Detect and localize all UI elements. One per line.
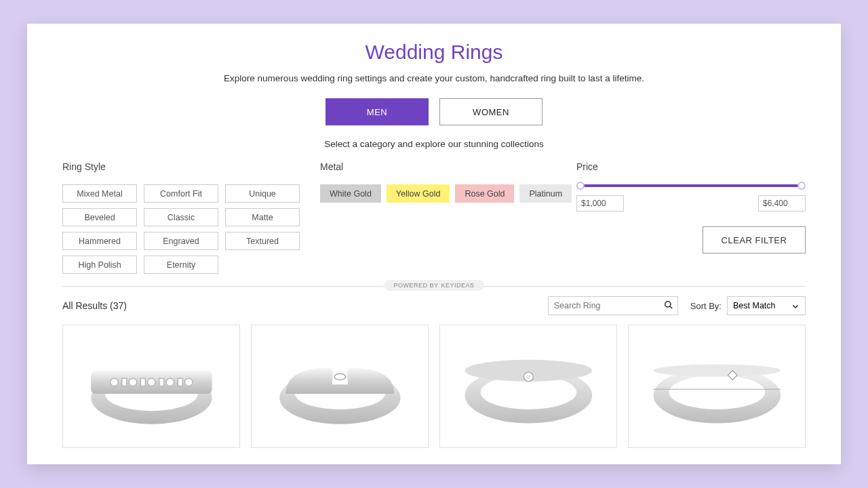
metal-platinum[interactable]: Platinum bbox=[519, 184, 572, 203]
price-max-input[interactable] bbox=[758, 195, 806, 211]
svg-point-21 bbox=[526, 375, 530, 379]
metal-yellow-gold[interactable]: Yellow Gold bbox=[387, 184, 450, 203]
divider: POWERED BY KEYIDEAS bbox=[62, 286, 806, 287]
search-icon[interactable] bbox=[664, 300, 673, 310]
product-card[interactable] bbox=[628, 325, 806, 448]
ring-image bbox=[262, 340, 418, 432]
metal-rose-gold[interactable]: Rose Gold bbox=[455, 184, 514, 203]
metal-label: Metal bbox=[320, 161, 576, 172]
style-option[interactable]: Unique bbox=[225, 184, 300, 203]
clear-filter-button[interactable]: CLEAR FILTER bbox=[703, 226, 806, 253]
page-title: Wedding Rings bbox=[62, 41, 806, 64]
style-option[interactable]: High Polish bbox=[62, 256, 137, 274]
svg-point-0 bbox=[665, 302, 671, 307]
svg-point-23 bbox=[669, 375, 765, 409]
svg-rect-10 bbox=[122, 379, 127, 386]
metal-row: White Gold Yellow Gold Rose Gold Platinu… bbox=[320, 184, 576, 203]
style-option[interactable]: Classic bbox=[144, 208, 218, 226]
sort-selected-value: Best Match bbox=[733, 301, 776, 310]
helper-text: Select a category and explore our stunni… bbox=[62, 139, 806, 149]
main-panel: Wedding Rings Explore numerous wedding r… bbox=[27, 24, 841, 464]
ring-image bbox=[451, 340, 606, 432]
filter-ring-style: Ring Style Mixed Metal Comfort Fit Uniqu… bbox=[62, 161, 320, 274]
powered-brand: KEYIDEAS bbox=[441, 282, 474, 289]
powered-prefix: POWERED BY bbox=[393, 282, 438, 289]
price-label: Price bbox=[576, 161, 806, 172]
filters-row: Ring Style Mixed Metal Comfort Fit Uniqu… bbox=[62, 161, 806, 274]
sort-select[interactable]: Best Match bbox=[727, 296, 806, 315]
sort-label: Sort By: bbox=[690, 301, 722, 311]
tab-men[interactable]: MEN bbox=[326, 98, 429, 125]
ring-image bbox=[639, 340, 795, 432]
ring-style-grid: Mixed Metal Comfort Fit Unique Beveled C… bbox=[62, 184, 320, 274]
svg-rect-11 bbox=[140, 379, 145, 386]
page-subtitle: Explore numerous wedding ring settings a… bbox=[62, 73, 806, 83]
svg-rect-12 bbox=[159, 379, 163, 386]
style-option[interactable]: Textured bbox=[225, 232, 300, 250]
product-grid bbox=[62, 325, 806, 448]
price-slider[interactable] bbox=[579, 184, 803, 187]
svg-rect-13 bbox=[178, 379, 182, 386]
metal-white-gold[interactable]: White Gold bbox=[320, 184, 381, 203]
slider-handle-max[interactable] bbox=[797, 182, 806, 190]
price-min-input[interactable] bbox=[576, 195, 624, 211]
filter-price: Price CLEAR FILTER bbox=[576, 161, 806, 274]
style-option[interactable]: Mixed Metal bbox=[62, 184, 137, 203]
svg-point-24 bbox=[653, 365, 781, 377]
style-option[interactable]: Matte bbox=[225, 208, 300, 226]
search-wrap bbox=[548, 296, 678, 315]
svg-point-6 bbox=[129, 379, 136, 386]
style-option[interactable]: Beveled bbox=[62, 208, 137, 226]
product-card[interactable] bbox=[62, 325, 240, 448]
gender-tabs: MEN WOMEN bbox=[62, 98, 806, 125]
product-card[interactable] bbox=[439, 325, 617, 448]
chevron-down-icon bbox=[791, 302, 800, 310]
ring-image bbox=[74, 340, 229, 432]
tab-women[interactable]: WOMEN bbox=[439, 98, 542, 125]
slider-handle-min[interactable] bbox=[576, 182, 585, 190]
svg-point-5 bbox=[110, 379, 117, 386]
svg-line-1 bbox=[670, 306, 673, 309]
results-count: All Results (37) bbox=[62, 300, 548, 311]
svg-point-16 bbox=[334, 374, 345, 380]
svg-point-7 bbox=[147, 379, 155, 386]
style-option[interactable]: Hammered bbox=[62, 232, 137, 250]
results-bar: All Results (37) Sort By: Best Match bbox=[62, 296, 806, 315]
filter-metal: Metal White Gold Yellow Gold Rose Gold P… bbox=[320, 161, 576, 274]
ring-style-label: Ring Style bbox=[62, 161, 320, 172]
svg-point-9 bbox=[184, 379, 192, 386]
style-option[interactable]: Comfort Fit bbox=[144, 184, 218, 203]
search-input[interactable] bbox=[548, 296, 678, 315]
powered-badge: POWERED BY KEYIDEAS bbox=[384, 280, 484, 291]
style-option[interactable]: Engraved bbox=[144, 232, 218, 250]
product-card[interactable] bbox=[251, 325, 429, 448]
svg-point-8 bbox=[166, 379, 174, 386]
style-option[interactable]: Eternity bbox=[144, 256, 218, 274]
